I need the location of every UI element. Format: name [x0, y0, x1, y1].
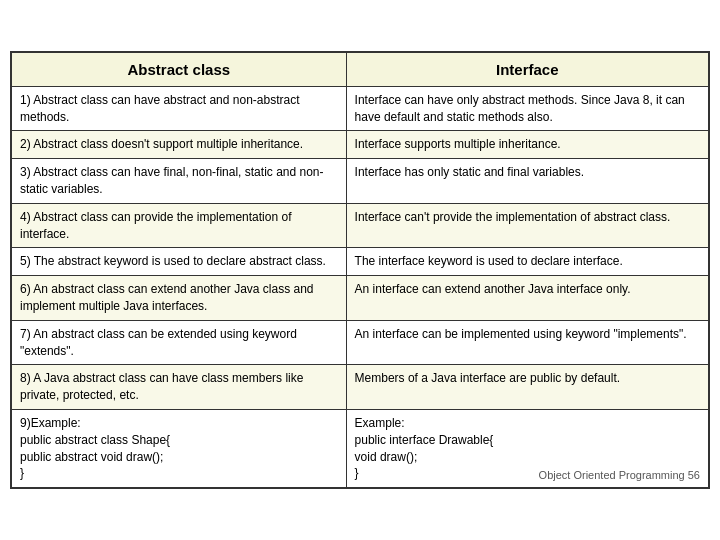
interface-cell: Interface has only static and final vari…: [346, 159, 709, 204]
footer-note: Object Oriented Programming 56: [539, 468, 700, 483]
table-row: 6) An abstract class can extend another …: [11, 276, 709, 321]
comparison-table: Abstract class Interface 1) Abstract cla…: [10, 51, 710, 489]
comparison-table-wrapper: Abstract class Interface 1) Abstract cla…: [10, 51, 710, 489]
table-row: 9)Example: public abstract class Shape{ …: [11, 409, 709, 488]
abstract-class-cell: 7) An abstract class can be extended usi…: [11, 320, 346, 365]
header-row: Abstract class Interface: [11, 52, 709, 87]
abstract-class-cell: 5) The abstract keyword is used to decla…: [11, 248, 346, 276]
interface-cell: Members of a Java interface are public b…: [346, 365, 709, 410]
abstract-class-cell: 4) Abstract class can provide the implem…: [11, 203, 346, 248]
abstract-class-header: Abstract class: [11, 52, 346, 87]
interface-cell: Interface can't provide the implementati…: [346, 203, 709, 248]
interface-cell: The interface keyword is used to declare…: [346, 248, 709, 276]
table-row: 5) The abstract keyword is used to decla…: [11, 248, 709, 276]
abstract-class-cell: 8) A Java abstract class can have class …: [11, 365, 346, 410]
interface-header: Interface: [346, 52, 709, 87]
abstract-class-cell: 9)Example: public abstract class Shape{ …: [11, 409, 346, 488]
abstract-class-cell: 6) An abstract class can extend another …: [11, 276, 346, 321]
abstract-class-cell: 3) Abstract class can have final, non-fi…: [11, 159, 346, 204]
table-row: 8) A Java abstract class can have class …: [11, 365, 709, 410]
abstract-class-cell: 2) Abstract class doesn't support multip…: [11, 131, 346, 159]
interface-cell: An interface can extend another Java int…: [346, 276, 709, 321]
table-row: 7) An abstract class can be extended usi…: [11, 320, 709, 365]
interface-cell: Example: public interface Drawable{ void…: [346, 409, 709, 488]
interface-cell: Interface can have only abstract methods…: [346, 86, 709, 131]
interface-cell: An interface can be implemented using ke…: [346, 320, 709, 365]
table-row: 4) Abstract class can provide the implem…: [11, 203, 709, 248]
table-body: 1) Abstract class can have abstract and …: [11, 86, 709, 488]
table-row: 1) Abstract class can have abstract and …: [11, 86, 709, 131]
interface-cell: Interface supports multiple inheritance.: [346, 131, 709, 159]
abstract-class-cell: 1) Abstract class can have abstract and …: [11, 86, 346, 131]
table-row: 3) Abstract class can have final, non-fi…: [11, 159, 709, 204]
table-row: 2) Abstract class doesn't support multip…: [11, 131, 709, 159]
